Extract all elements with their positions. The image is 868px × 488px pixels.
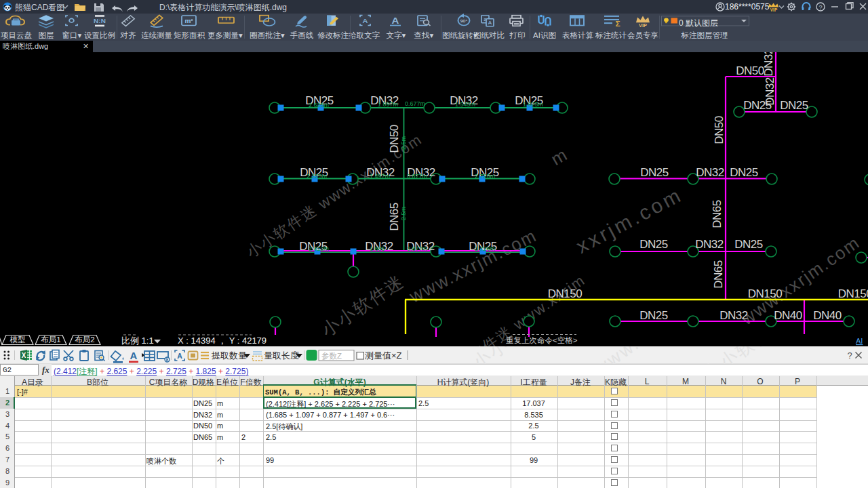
svg-text:X : 14394 ， Y : 42179: X : 14394 ， Y : 42179 [178,336,267,346]
svg-text:比例 1:1: 比例 1:1 [121,336,154,346]
svg-text:A: A [363,18,369,24]
svg-text:2.625m: 2.625m [309,102,329,108]
svg-text:?: ? [847,350,852,361]
svg-text:m²: m² [184,18,193,24]
svg-text:N:N: N:N [94,18,106,24]
svg-text:DN25: DN25 [639,309,668,322]
svg-text:DN32: DN32 [695,238,724,251]
svg-text:1.545m: 1.545m [455,101,475,108]
svg-text:VIP: VIP [639,23,647,27]
svg-text:1.685: 1.685 [370,245,385,252]
svg-text:AI: AI [856,337,863,345]
svg-text:DN50: DN50 [736,64,764,77]
svg-text:2.5m: 2.5m [400,207,407,220]
svg-text:VIP: VIP [770,7,778,12]
svg-text:A: A [130,350,138,361]
svg-text:2.5m: 2.5m [400,136,407,150]
svg-text:2.726m: 2.726m [475,173,495,180]
svg-text:A: A [177,352,182,360]
svg-text:DN65: DN65 [711,200,724,228]
svg-text:DN25: DN25 [730,166,758,179]
svg-text:DN65: DN65 [712,260,725,289]
svg-text:DN25: DN25 [639,238,668,251]
svg-text:1.825m: 1.825m [523,101,543,108]
svg-text:DN150: DN150 [748,287,782,300]
svg-text:DN150: DN150 [548,287,582,300]
svg-text:DN32: DN32 [696,166,724,179]
svg-text:2.412m: 2.412m [309,245,329,252]
svg-text:DN40: DN40 [813,309,842,322]
svg-text:?: ? [818,4,822,11]
svg-text:布局1: 布局1 [41,336,60,344]
svg-text:DN50: DN50 [388,125,401,153]
svg-text:1.497m: 1.497m [370,173,390,180]
svg-text:重复上次命令<空格>: 重复上次命令<空格> [506,336,578,344]
svg-text:0.877m: 0.877m [407,173,427,180]
svg-text:1.097m: 1.097m [378,101,398,108]
svg-text:0.677m: 0.677m [405,100,425,107]
svg-text:DN32: DN32 [719,309,748,322]
svg-text:A: A [392,16,399,26]
svg-text:DN25: DN25 [640,166,669,179]
svg-text:DN150: DN150 [838,287,868,300]
svg-text:布局2: 布局2 [75,336,94,344]
svg-text:DN40: DN40 [774,309,802,322]
svg-text:A: A [488,20,492,26]
svg-text:DN32: DN32 [764,77,776,106]
svg-text:90°: 90° [460,18,468,22]
svg-text:DN65: DN65 [388,203,401,231]
svg-text:0.877m: 0.877m [407,245,427,252]
svg-text:X: X [22,352,26,359]
svg-text:Σ: Σ [615,20,620,28]
svg-text:2.225m: 2.225m [307,173,327,180]
svg-text:DN25: DN25 [734,238,763,251]
svg-text:DN25: DN25 [780,99,808,112]
svg-text:DN32: DN32 [762,52,775,77]
svg-text:模型: 模型 [10,336,26,344]
svg-text:2.726m: 2.726m [475,245,495,252]
svg-text:DN50: DN50 [713,116,726,144]
